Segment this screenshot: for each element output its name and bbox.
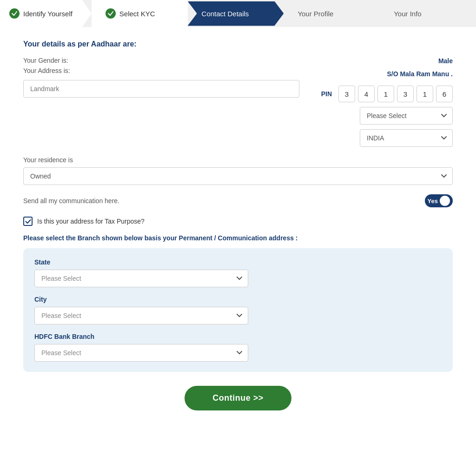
pin-digit-5[interactable]: 1 <box>416 86 433 102</box>
residence-label: Your residence is <box>23 156 453 164</box>
residence-section: Your residence is Owned <box>23 156 453 185</box>
branch-state-dropdown[interactable]: Please Select <box>34 270 248 287</box>
pin-digit-4[interactable]: 3 <box>397 86 414 102</box>
step-info-label: Your Info <box>394 10 422 18</box>
check-icon-identify <box>9 8 20 19</box>
step-kyc-label: Select KYC <box>119 10 155 18</box>
tax-checkbox[interactable] <box>23 217 33 226</box>
page-container: Identify Yourself Select KYC Contact Det… <box>0 0 476 476</box>
branch-city-dropdown[interactable]: Please Select <box>34 307 248 324</box>
comm-label: Send all my communication here. <box>23 197 119 205</box>
continue-button[interactable]: Continue >> <box>185 386 291 410</box>
step-kyc[interactable]: Select KYC <box>92 0 188 27</box>
city-field-label: City <box>34 296 442 303</box>
landmark-input[interactable] <box>23 80 299 98</box>
pin-digit-3[interactable]: 1 <box>377 86 394 102</box>
step-contact-label: Contact Details <box>202 10 249 18</box>
pin-digit-2[interactable]: 4 <box>358 86 375 102</box>
branch-branch-dropdown[interactable]: Please Select <box>34 344 248 362</box>
branch-prompt: Please select the Branch shown below bas… <box>23 234 453 242</box>
gender-value: Male <box>438 57 453 65</box>
step-profile[interactable]: Your Profile <box>284 1 380 26</box>
state-dropdown[interactable]: Please Select <box>360 107 453 125</box>
step-profile-label: Your Profile <box>298 10 333 18</box>
state-field-label: State <box>34 258 442 266</box>
pin-digit-1[interactable]: 3 <box>338 86 355 102</box>
comm-toggle[interactable]: Yes <box>425 194 453 207</box>
address-value: S/O Mala Ram Manu . <box>387 70 453 78</box>
tax-checkbox-label: Is this your address for Tax Purpose? <box>37 218 145 225</box>
toggle-label: Yes <box>428 198 438 205</box>
step-identify[interactable]: Identify Yourself <box>0 0 92 27</box>
check-icon-kyc <box>106 8 116 19</box>
country-dropdown[interactable]: INDIA <box>360 129 453 147</box>
branch-field-label: HDFC Bank Branch <box>34 333 442 340</box>
gender-label: Your Gender is: <box>23 57 68 64</box>
step-contact[interactable]: Contact Details <box>188 1 284 26</box>
residence-dropdown[interactable]: Owned <box>23 167 453 185</box>
step-identify-label: Identify Yourself <box>23 10 73 18</box>
pin-digit-6[interactable]: 6 <box>436 86 453 102</box>
stepper: Identify Yourself Select KYC Contact Det… <box>0 0 476 27</box>
pin-label: PIN <box>321 90 332 98</box>
tax-checkbox-row: Is this your address for Tax Purpose? <box>23 217 453 226</box>
toggle-circle <box>440 196 450 206</box>
section-title: Your details as per Aadhaar are: <box>23 40 453 48</box>
comm-row: Send all my communication here. Yes <box>23 194 453 207</box>
step-info[interactable]: Your Info <box>380 1 476 26</box>
branch-card: State Please Select City Please Select H… <box>23 248 453 372</box>
address-label: Your Address is: <box>23 67 70 74</box>
